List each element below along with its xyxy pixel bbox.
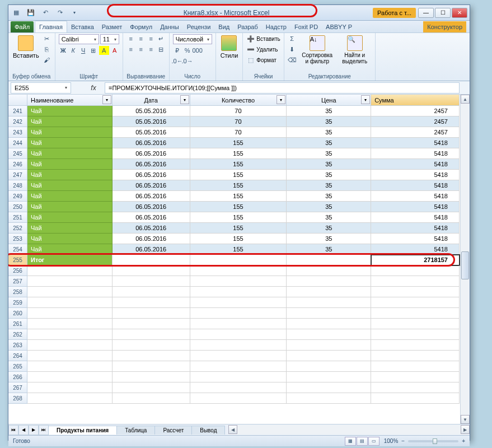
cell[interactable] [287, 276, 371, 287]
cell[interactable] [371, 308, 460, 319]
cell[interactable] [113, 276, 190, 287]
cell-price[interactable]: 35 [287, 127, 371, 138]
row-header[interactable]: 249 [8, 191, 27, 202]
cell-sum[interactable]: 5418 [371, 148, 460, 159]
paste-button[interactable]: Вставить [12, 34, 40, 60]
row-header[interactable]: 245 [8, 148, 27, 159]
cell[interactable] [287, 287, 371, 297]
cell-name[interactable]: Чай [27, 212, 113, 223]
cell[interactable] [190, 382, 287, 393]
cell-sum[interactable]: 5418 [371, 223, 460, 234]
styles-button[interactable]: Стили [219, 34, 240, 60]
cell-name[interactable]: Чай [27, 138, 113, 148]
cell[interactable] [27, 297, 113, 308]
cell-qty[interactable]: 155 [190, 138, 287, 148]
col-header-b[interactable]: Дата▾ [113, 95, 190, 106]
row-header[interactable]: 259 [8, 297, 27, 308]
row-header[interactable]: 268 [8, 393, 27, 404]
cell[interactable] [371, 351, 460, 361]
cell-name[interactable]: Чай [27, 191, 113, 202]
row-header[interactable]: 252 [8, 223, 27, 234]
tab-abbyy[interactable]: ABBYY P [322, 21, 356, 32]
cell[interactable] [371, 297, 460, 308]
cell[interactable] [287, 351, 371, 361]
tab-data[interactable]: Данны [156, 21, 183, 32]
cell[interactable] [190, 319, 287, 329]
underline-icon[interactable]: Ч [79, 46, 88, 55]
cell-qty[interactable]: 155 [190, 180, 287, 191]
cell[interactable] [113, 382, 190, 393]
cell[interactable] [190, 255, 287, 265]
cell[interactable] [371, 265, 460, 276]
cell[interactable] [113, 372, 190, 382]
cell-sum[interactable]: 5418 [371, 234, 460, 244]
cell-qty[interactable]: 70 [190, 116, 287, 127]
cell[interactable] [371, 382, 460, 393]
filter-icon[interactable]: ▾ [277, 95, 285, 104]
cell-date[interactable]: 06.05.2016 [113, 202, 190, 212]
cell-price[interactable]: 35 [287, 159, 371, 170]
cell[interactable] [27, 361, 113, 372]
cell[interactable] [371, 361, 460, 372]
cell[interactable] [27, 393, 113, 404]
page-break-view-icon[interactable]: ▭ [368, 437, 379, 446]
align-bottom-icon[interactable]: ≡ [147, 34, 156, 43]
cell[interactable] [287, 382, 371, 393]
cell[interactable] [287, 372, 371, 382]
cell[interactable] [27, 340, 113, 351]
row-header[interactable]: 250 [8, 202, 27, 212]
cell[interactable] [190, 276, 287, 287]
tab-review[interactable]: Рецензи [183, 21, 215, 32]
cell[interactable] [287, 340, 371, 351]
tab-formulas[interactable]: Формул [126, 21, 156, 32]
cell[interactable] [113, 287, 190, 297]
cell[interactable] [27, 382, 113, 393]
sheet-last-icon[interactable]: ⏭ [39, 425, 49, 435]
cell-price[interactable]: 35 [287, 191, 371, 202]
select-all-corner[interactable] [8, 95, 27, 106]
cell[interactable] [27, 287, 113, 297]
sort-filter-button[interactable]: A↓ Сортировка и фильтр [299, 34, 336, 66]
cell[interactable] [287, 361, 371, 372]
row-header[interactable]: 267 [8, 382, 27, 393]
cell-sum[interactable]: 5418 [371, 138, 460, 148]
cell-qty[interactable]: 155 [190, 223, 287, 234]
cell-sum[interactable]: 5418 [371, 212, 460, 223]
cell[interactable] [27, 308, 113, 319]
row-header[interactable]: 241 [8, 106, 27, 116]
cell-name[interactable]: Чай [27, 116, 113, 127]
autosum-icon[interactable]: Σ [288, 34, 297, 43]
cell-date[interactable]: 06.05.2016 [113, 223, 190, 234]
cell[interactable] [371, 393, 460, 404]
cell[interactable] [287, 329, 371, 340]
cell-qty[interactable]: 155 [190, 202, 287, 212]
cell[interactable] [190, 297, 287, 308]
cell-qty[interactable]: 70 [190, 106, 287, 116]
cell-total-sum[interactable]: 2718157 [371, 255, 460, 265]
clear-icon[interactable]: ⌫ [288, 55, 297, 64]
cell-qty[interactable]: 155 [190, 234, 287, 244]
cell-price[interactable]: 35 [287, 116, 371, 127]
fill-icon[interactable]: ⬇ [288, 45, 297, 54]
row-header[interactable]: 264 [8, 351, 27, 361]
row-header[interactable]: 255 [8, 255, 27, 265]
zoom-in-icon[interactable]: + [462, 438, 465, 444]
tab-foxit[interactable]: Foxit PD [290, 21, 322, 32]
tab-constructor[interactable]: Конструктор [423, 21, 466, 32]
cell-sum[interactable]: 5418 [371, 202, 460, 212]
minimize-button[interactable]: — [418, 8, 434, 18]
cell[interactable] [27, 351, 113, 361]
undo-icon[interactable]: ↶ [40, 7, 51, 18]
cell-qty[interactable]: 155 [190, 244, 287, 255]
cell-price[interactable]: 35 [287, 202, 371, 212]
filter-icon[interactable]: ▾ [361, 95, 370, 104]
cell-qty[interactable]: 155 [190, 148, 287, 159]
filter-icon[interactable]: ▾ [102, 95, 111, 104]
sheet-first-icon[interactable]: ⏮ [8, 425, 18, 435]
cell-price[interactable]: 35 [287, 234, 371, 244]
cell[interactable] [190, 340, 287, 351]
cell[interactable] [190, 393, 287, 404]
tab-pagelayout[interactable]: Размет [98, 21, 126, 32]
row-header[interactable]: 265 [8, 361, 27, 372]
cell-date[interactable]: 06.05.2016 [113, 212, 190, 223]
